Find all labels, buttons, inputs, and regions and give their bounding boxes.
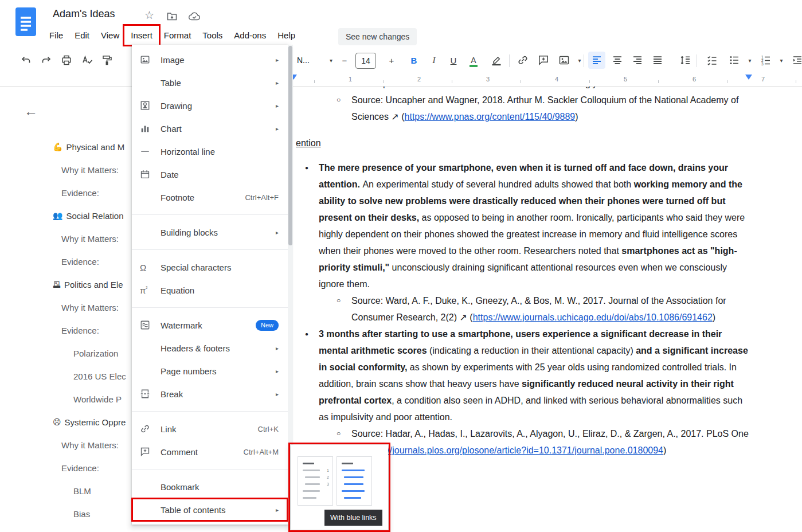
doc-bullet-item: ●3 months after starting to use a smartp… xyxy=(296,326,752,425)
menu-item-headers-footers[interactable]: Headers & footers▸ xyxy=(132,337,288,359)
menu-format[interactable]: Format xyxy=(158,26,197,44)
doc-text-segment: ) xyxy=(575,112,578,122)
menu-item-building-blocks[interactable]: Building blocks▸ xyxy=(132,221,288,244)
insert-link-button[interactable] xyxy=(514,52,531,69)
menu-separator xyxy=(132,469,288,470)
menu-item-footnote[interactable]: FootnoteCtrl+Alt+F xyxy=(132,186,288,209)
menu-help[interactable]: Help xyxy=(272,26,301,44)
text-color-underline xyxy=(470,65,477,67)
menu-item-label: Image xyxy=(161,55,270,65)
paint-format-button[interactable] xyxy=(99,52,116,69)
numbered-list-button[interactable]: 123 xyxy=(757,52,774,69)
align-right-button[interactable] xyxy=(629,52,646,69)
thumbnail-line xyxy=(305,483,320,485)
menu-item-page-numbers[interactable]: Page numbers▸ xyxy=(132,359,288,382)
outline-item-label: Evidence: xyxy=(61,463,99,473)
ruler[interactable]: 1234567 xyxy=(0,73,802,87)
doc-text-segment: (indicating a reduction in their attenti… xyxy=(429,346,636,355)
menu-add-ons[interactable]: Add-ons xyxy=(228,26,272,44)
move-folder-icon[interactable] xyxy=(166,11,178,24)
print-button[interactable] xyxy=(58,52,75,69)
outline-item-label: Bias xyxy=(73,509,90,519)
outline-item-label: Evidence: xyxy=(61,188,99,198)
menu-item-bookmark[interactable]: Bookmark xyxy=(132,475,288,498)
menu-item-label: Watermark xyxy=(161,320,256,330)
spelling-check-button[interactable] xyxy=(79,52,96,69)
doc-link[interactable]: https://journals.plos.org/plosone/articl… xyxy=(365,445,663,455)
doc-text-segment: ) xyxy=(663,445,666,455)
scrollbar-thumb[interactable] xyxy=(288,46,292,245)
underline-button[interactable]: U xyxy=(445,52,462,69)
numbered-list-dropdown[interactable]: ▾ xyxy=(773,52,790,69)
menu-item-watermark[interactable]: WatermarkNew xyxy=(132,314,288,337)
menu-item-image[interactable]: Image▸ xyxy=(132,48,288,71)
font-size-increase-button[interactable]: + xyxy=(383,52,400,69)
menu-item-label: Comment xyxy=(161,447,244,457)
menu-item-label: Headers & footers xyxy=(161,343,270,353)
doc-bullet-item: ○Source: Uncapher and Wagner, 2018. Arth… xyxy=(296,92,752,125)
menu-item-break[interactable]: Break▸ xyxy=(132,382,288,405)
font-size-decrease-button[interactable]: − xyxy=(336,52,353,69)
menu-item-drawing[interactable]: Drawing▸ xyxy=(132,94,288,117)
bulleted-list-dropdown[interactable]: ▾ xyxy=(741,52,758,69)
ruler-tick xyxy=(383,80,384,83)
bullet-disc: ● xyxy=(305,159,308,176)
toc-with-page-numbers-option[interactable]: 123 xyxy=(298,456,333,506)
add-comment-button[interactable] xyxy=(535,52,552,69)
bold-button[interactable]: B xyxy=(405,52,422,69)
thumbnail-line xyxy=(344,483,363,485)
menu-item-equation[interactable]: π²Equation xyxy=(132,279,288,302)
outline-item-label: Evidence: xyxy=(61,257,99,267)
menu-separator xyxy=(132,249,288,250)
cloud-saved-icon[interactable] xyxy=(188,12,201,23)
indent-marker-right[interactable] xyxy=(745,75,752,80)
font-size-value[interactable]: 14 xyxy=(355,53,376,69)
watermark-icon xyxy=(140,320,157,330)
line-spacing-button[interactable] xyxy=(676,52,694,69)
undo-button[interactable] xyxy=(17,52,34,69)
bulleted-list-button[interactable] xyxy=(726,52,743,69)
menu-view[interactable]: View xyxy=(95,26,125,44)
menu-item-label: Footnote xyxy=(161,193,245,202)
outline-item-label: Systemic Oppre xyxy=(65,417,126,427)
menu-item-table-of-contents[interactable]: Table of contents▸ xyxy=(132,498,288,521)
menu-tools[interactable]: Tools xyxy=(197,26,228,44)
justify-button[interactable] xyxy=(649,52,666,69)
star-icon[interactable]: ☆ xyxy=(144,10,154,21)
insert-image-button[interactable] xyxy=(555,52,573,69)
highlight-color-button[interactable] xyxy=(488,52,505,69)
doc-link[interactable]: https://www.journals.uchicago.edu/doi/ab… xyxy=(473,312,713,322)
ruler-number: 1 xyxy=(349,76,352,83)
menu-file[interactable]: File xyxy=(44,26,69,44)
menu-item-horizontal-line[interactable]: Horizontal line xyxy=(132,140,288,163)
menu-item-chart[interactable]: Chart▸ xyxy=(132,117,288,140)
ruler-number: 7 xyxy=(761,76,765,83)
docs-logo-icon[interactable] xyxy=(15,7,36,36)
document-page[interactable]: basic human capacities — such as our mem… xyxy=(296,75,752,459)
menu-item-date[interactable]: Date xyxy=(132,163,288,186)
menu-item-comment[interactable]: CommentCtrl+Alt+M xyxy=(132,440,288,463)
menu-item-link[interactable]: LinkCtrl+K xyxy=(132,417,288,440)
menu-edit[interactable]: Edit xyxy=(69,26,95,44)
align-left-button[interactable] xyxy=(588,52,605,69)
doc-link[interactable]: https://www.pnas.org/content/115/40/9889 xyxy=(405,112,576,122)
menu-insert[interactable]: Insert xyxy=(125,26,158,44)
redo-button[interactable] xyxy=(38,52,55,69)
text-color-button[interactable]: A xyxy=(465,52,482,69)
styles-dropdown[interactable]: N...▾ xyxy=(294,52,336,69)
document-title[interactable]: Adam's Ideas xyxy=(53,8,115,20)
menu-item-label: Date xyxy=(161,170,279,179)
menu-item-special-characters[interactable]: ΩSpecial characters xyxy=(132,256,288,279)
menu-item-label: Building blocks xyxy=(161,228,270,237)
checklist-button[interactable] xyxy=(703,52,721,69)
menu-item-table[interactable]: Table▸ xyxy=(132,71,288,94)
italic-button[interactable]: I xyxy=(425,52,443,69)
see-new-changes-button[interactable]: See new changes xyxy=(338,28,417,45)
close-outline-icon[interactable]: ← xyxy=(24,103,38,119)
insert-image-dropdown[interactable]: ▾ xyxy=(571,52,588,69)
align-center-button[interactable] xyxy=(609,52,626,69)
decrease-indent-button[interactable] xyxy=(789,52,802,69)
toc-with-blue-links-option[interactable] xyxy=(337,456,372,506)
menu-separator xyxy=(132,411,288,412)
menu-shortcut: Ctrl+Alt+F xyxy=(245,193,279,202)
